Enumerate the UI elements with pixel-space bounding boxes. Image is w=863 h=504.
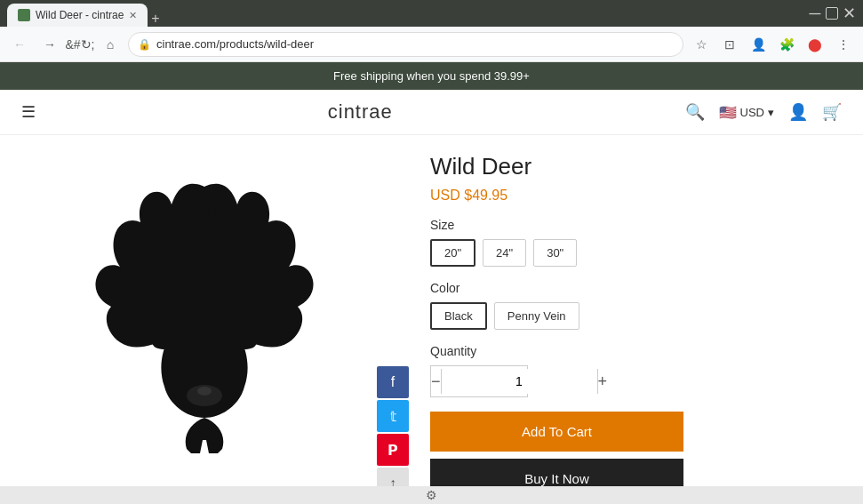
- site-logo[interactable]: cintrae: [328, 100, 393, 124]
- color-options: Black Penny Vein: [430, 302, 842, 330]
- add-to-cart-button[interactable]: Add To Cart: [430, 412, 683, 452]
- extension2-icon[interactable]: 🧩: [774, 32, 799, 57]
- flag-icon: 🇺🇸: [719, 104, 737, 121]
- cart-icon[interactable]: 🛒: [822, 102, 842, 122]
- product-price: USD $49.95: [430, 188, 842, 204]
- tab-favicon: [18, 9, 30, 21]
- announcement-text: Free shipping when you spend 39.99+: [333, 69, 530, 83]
- toolbar-icons: ☆ ⊡ 👤 🧩 ⬤ ⋮: [689, 32, 856, 57]
- record-icon[interactable]: ⬤: [803, 32, 827, 57]
- quantity-control: − +: [430, 365, 528, 397]
- floating-pinterest-button[interactable]: 𝗣: [377, 434, 409, 466]
- minimize-button[interactable]: ─: [808, 6, 822, 20]
- buy-it-now-button[interactable]: Buy It Now: [430, 459, 683, 486]
- announcement-bar: Free shipping when you spend 39.99+: [0, 62, 863, 90]
- address-bar[interactable]: 🔒 cintrae.com/products/wild-deer: [128, 32, 683, 57]
- forward-button[interactable]: →: [37, 32, 62, 57]
- site-header: ☰ cintrae 🔍 🇺🇸 USD ▾ 👤 🛒: [0, 90, 863, 135]
- svg-point-5: [197, 387, 212, 396]
- page-content: Free shipping when you spend 39.99+ ☰ ci…: [0, 62, 863, 486]
- color-label: Color: [430, 281, 842, 295]
- tab-bar: Wild Deer - cintrae ✕ +: [7, 0, 801, 27]
- account-icon[interactable]: 👤: [788, 102, 808, 122]
- floating-twitter-button[interactable]: 𝕥: [377, 400, 409, 432]
- deer-image: [53, 160, 356, 462]
- product-image: [44, 151, 364, 471]
- close-button[interactable]: ✕: [842, 6, 856, 20]
- main-content: f 𝕥 𝗣 ↑ Wild Deer USD $49.95 Size 20" 24…: [0, 135, 863, 486]
- window-controls: ─ ✕: [808, 6, 856, 20]
- browser-toolbar: ← → &#↻; ⌂ 🔒 cintrae.com/products/wild-d…: [0, 27, 863, 62]
- lock-icon: 🔒: [138, 38, 151, 51]
- hamburger-menu[interactable]: ☰: [21, 102, 36, 122]
- reload-button[interactable]: &#↻;: [68, 32, 92, 57]
- floating-share-button[interactable]: ↑: [377, 468, 409, 486]
- back-button[interactable]: ←: [7, 32, 32, 57]
- browser-titlebar: Wild Deer - cintrae ✕ + ─ ✕: [0, 0, 863, 27]
- quantity-label: Quantity: [430, 344, 842, 358]
- new-tab-button[interactable]: +: [151, 11, 159, 27]
- tab-title: Wild Deer - cintrae: [36, 9, 124, 21]
- profile-icon[interactable]: 👤: [746, 32, 771, 57]
- product-image-column: f 𝕥 𝗣 ↑: [0, 135, 409, 486]
- bottom-icon: ⚙: [426, 488, 437, 502]
- header-left: ☰: [21, 102, 36, 122]
- product-title: Wild Deer: [430, 153, 842, 180]
- restore-button[interactable]: [826, 7, 838, 20]
- currency-chevron: ▾: [768, 106, 774, 119]
- color-option-black[interactable]: Black: [430, 302, 487, 330]
- url-text: cintrae.com/products/wild-deer: [156, 37, 314, 51]
- extension-icon[interactable]: ⊡: [717, 32, 742, 57]
- currency-label: USD: [740, 106, 764, 119]
- size-label: Size: [430, 218, 842, 232]
- tab-close-button[interactable]: ✕: [129, 11, 137, 20]
- quantity-decrease-button[interactable]: −: [431, 366, 441, 396]
- home-button[interactable]: ⌂: [98, 32, 123, 57]
- currency-selector[interactable]: 🇺🇸 USD ▾: [719, 104, 774, 121]
- quantity-increase-button[interactable]: +: [598, 366, 608, 396]
- floating-social-bar: f 𝕥 𝗣 ↑: [377, 366, 409, 486]
- menu-icon[interactable]: ⋮: [831, 32, 856, 57]
- size-option-20[interactable]: 20": [430, 239, 475, 267]
- bottom-status-bar: ⚙: [0, 486, 863, 504]
- search-icon[interactable]: 🔍: [685, 102, 705, 122]
- product-details-column: Wild Deer USD $49.95 Size 20" 24" 30" Co…: [409, 135, 863, 486]
- quantity-input[interactable]: [441, 369, 598, 394]
- bookmark-icon[interactable]: ☆: [689, 32, 714, 57]
- active-tab[interactable]: Wild Deer - cintrae ✕: [7, 4, 148, 27]
- size-options: 20" 24" 30": [430, 239, 842, 267]
- color-option-penny-vein[interactable]: Penny Vein: [494, 302, 579, 330]
- floating-facebook-button[interactable]: f: [377, 366, 409, 398]
- size-option-30[interactable]: 30": [533, 239, 577, 267]
- size-option-24[interactable]: 24": [483, 239, 526, 267]
- header-right: 🔍 🇺🇸 USD ▾ 👤 🛒: [685, 102, 842, 122]
